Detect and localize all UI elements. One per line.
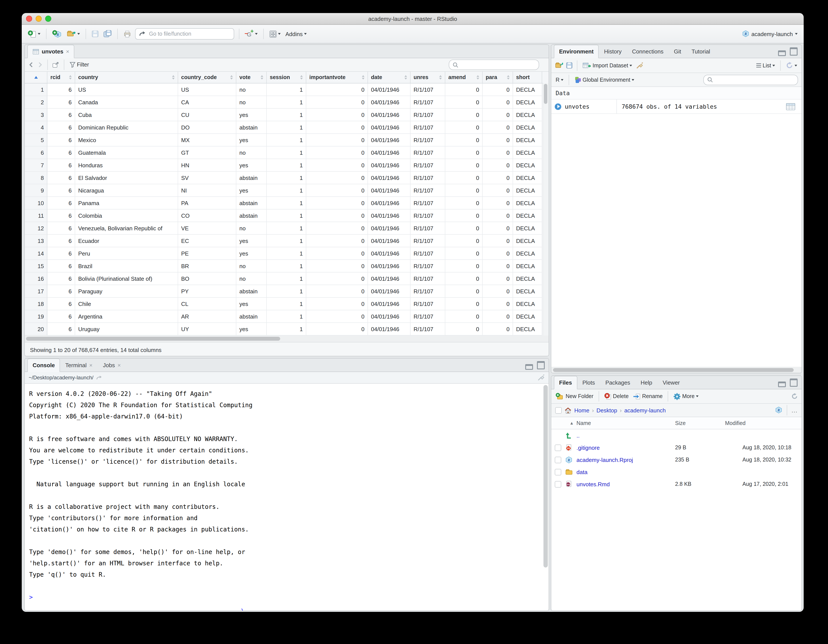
sort-icons[interactable]: [403, 75, 407, 80]
environment-object-row[interactable]: unvotes 768674 obs. of 14 variables: [551, 99, 801, 114]
minimize-window-button[interactable]: [36, 16, 42, 22]
tab-unvotes[interactable]: unvotes ×: [27, 45, 75, 58]
new-folder-button[interactable]: New Folder: [555, 390, 594, 403]
sort-icons[interactable]: [259, 75, 263, 80]
tab-history[interactable]: History: [599, 45, 627, 58]
more-button[interactable]: More: [673, 390, 699, 403]
console-prompt[interactable]: >: [29, 591, 549, 603]
column-header-vote[interactable]: vote: [236, 72, 267, 83]
refresh-environment-button[interactable]: [785, 59, 798, 72]
column-header-country[interactable]: country: [75, 72, 178, 83]
file-checkbox[interactable]: [555, 445, 561, 451]
column-header-short[interactable]: short: [513, 72, 542, 83]
column-header-unres[interactable]: unres: [411, 72, 445, 83]
file-name[interactable]: .gitignore: [577, 445, 600, 451]
file-name[interactable]: data: [577, 469, 588, 475]
close-icon[interactable]: ×: [118, 362, 121, 368]
breadcrumb-home[interactable]: Home: [574, 407, 589, 413]
size-header[interactable]: Size: [675, 420, 686, 426]
sort-icons[interactable]: [475, 75, 479, 80]
new-file-button[interactable]: [27, 27, 41, 41]
save-button[interactable]: [91, 27, 99, 41]
minimize-pane-icon[interactable]: [778, 382, 786, 387]
r-project-icon[interactable]: R: [775, 406, 783, 414]
file-name[interactable]: unvotes.Rmd: [577, 481, 610, 487]
column-header-session[interactable]: session: [267, 72, 306, 83]
file-checkbox[interactable]: [555, 481, 561, 487]
refresh-icon[interactable]: [791, 393, 798, 400]
goto-file-input[interactable]: [148, 30, 230, 38]
tab-plots[interactable]: Plots: [577, 376, 600, 389]
expand-object-icon[interactable]: [555, 103, 561, 110]
scrollbar-thumb[interactable]: [544, 84, 547, 104]
file-name[interactable]: ..: [577, 432, 580, 439]
back-icon[interactable]: [28, 62, 34, 68]
sort-icons[interactable]: [438, 75, 442, 80]
open-new-window-icon[interactable]: [52, 61, 60, 68]
column-header-rcid[interactable]: rcid: [47, 72, 75, 83]
data-search-input[interactable]: [461, 61, 535, 68]
column-header-date[interactable]: date: [368, 72, 411, 83]
list-view-button[interactable]: List: [755, 59, 776, 72]
save-workspace-icon[interactable]: [566, 62, 572, 69]
sort-icons[interactable]: [360, 75, 364, 80]
clear-console-icon[interactable]: [537, 374, 545, 381]
load-workspace-icon[interactable]: [555, 62, 563, 69]
sort-ascending-icon[interactable]: ▲: [569, 421, 574, 426]
pane-layout-button[interactable]: [268, 27, 282, 41]
goto-directory-icon[interactable]: [96, 375, 102, 380]
view-table-icon[interactable]: [786, 102, 795, 111]
close-icon[interactable]: ×: [89, 362, 93, 368]
minimize-pane-icon[interactable]: [778, 50, 786, 56]
maximize-pane-icon[interactable]: [790, 47, 798, 55]
console-output[interactable]: R version 4.0.2 (2020-06-22) -- "Taking …: [25, 384, 549, 611]
addins-button[interactable]: Addins: [285, 27, 307, 41]
tab-terminal[interactable]: Terminal×: [60, 358, 98, 372]
vertical-scrollbar[interactable]: [543, 83, 549, 336]
zoom-window-button[interactable]: [45, 16, 51, 22]
scrollbar-thumb[interactable]: [26, 337, 280, 341]
file-checkbox[interactable]: [555, 457, 561, 463]
new-project-button[interactable]: R: [51, 27, 63, 41]
rownum-header[interactable]: [25, 72, 47, 83]
file-row[interactable]: ..: [551, 429, 801, 441]
import-dataset-button[interactable]: Import Dataset: [582, 59, 633, 72]
rename-button[interactable]: Rename: [632, 390, 663, 403]
breadcrumb-desktop[interactable]: Desktop: [596, 407, 617, 413]
file-checkbox[interactable]: [555, 469, 561, 475]
file-row[interactable]: Racademy-launch.Rproj235 BAug 18, 2020, …: [551, 454, 801, 466]
minimize-pane-icon[interactable]: [525, 364, 533, 370]
sort-icons[interactable]: [170, 75, 175, 80]
modified-header[interactable]: Modified: [725, 420, 746, 426]
close-icon[interactable]: ×: [66, 49, 69, 54]
environment-scope-button[interactable]: Global Environment: [574, 73, 635, 86]
tab-help[interactable]: Help: [635, 376, 657, 389]
maximize-pane-icon[interactable]: [790, 378, 798, 386]
maximize-pane-icon[interactable]: [537, 361, 545, 369]
name-header[interactable]: Name: [577, 420, 591, 426]
clear-environment-icon[interactable]: [635, 62, 643, 69]
tab-jobs[interactable]: Jobs×: [98, 358, 126, 372]
sort-icons[interactable]: [298, 75, 303, 80]
save-all-button[interactable]: [102, 27, 113, 41]
tab-packages[interactable]: Packages: [600, 376, 635, 389]
scrollbar-thumb[interactable]: [543, 385, 548, 567]
file-row[interactable]: data: [551, 466, 801, 478]
tab-console[interactable]: Console: [27, 358, 60, 372]
tab-viewer[interactable]: Viewer: [657, 376, 685, 389]
forward-icon[interactable]: [37, 62, 43, 68]
delete-button[interactable]: Delete: [604, 390, 629, 403]
column-header-para[interactable]: para: [483, 72, 513, 83]
column-header-importantvote[interactable]: importantvote: [306, 72, 368, 83]
scrollbar-thumb[interactable]: [553, 368, 794, 372]
project-selector[interactable]: R academy-launch: [741, 27, 798, 41]
environment-search-input[interactable]: [715, 76, 794, 83]
tab-tutorial[interactable]: Tutorial: [686, 45, 715, 58]
tab-git[interactable]: Git: [668, 45, 686, 58]
sort-icons[interactable]: [229, 75, 233, 80]
open-file-button[interactable]: [66, 27, 81, 41]
column-header-country_code[interactable]: country_code: [178, 72, 236, 83]
sort-icons[interactable]: [505, 75, 510, 80]
tab-files[interactable]: Files: [554, 376, 577, 390]
horizontal-scrollbar[interactable]: [25, 336, 549, 342]
